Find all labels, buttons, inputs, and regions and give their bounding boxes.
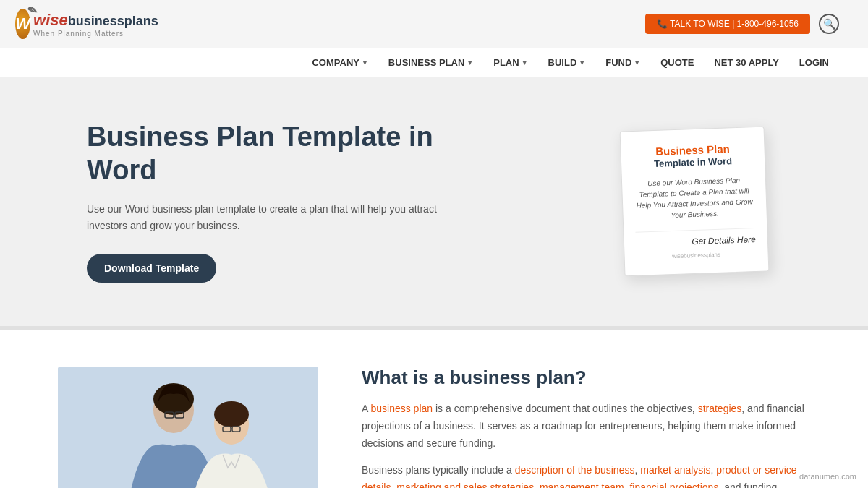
financial-projections-link[interactable]: financial projections [629,481,718,488]
top-right-actions: 📞 TALK TO WISE | 1-800-496-1056 🔍 [645,14,839,34]
what-is-para1: A business plan is a comprehensive docum… [362,401,810,452]
svg-point-7 [214,401,249,427]
strategies-link[interactable]: strategies [698,403,742,414]
nav-item-build[interactable]: BUILD ▼ [538,48,596,77]
book-preview: Business Plan Template in Word Use our W… [620,127,770,277]
hero-title: Business Plan Template in Word [87,121,448,187]
marketing-strategies-link[interactable]: marketing and sales strategies [396,481,534,488]
book-body-text: Use our Word Business Plan Template to C… [634,175,755,223]
logo-text: wise business plans When Planning Matter… [33,11,158,38]
watermark: datanumen.com [799,472,856,481]
hero-description: Use our Word business plan template to c… [87,201,448,234]
book-logo: wisebusinessplans [637,251,757,262]
logo-wise: wise [33,11,68,30]
logo-business: business [68,14,124,29]
nav-item-plan[interactable]: PLAN ▼ [483,48,537,77]
description-link[interactable]: description of the business [515,464,635,476]
logo-plans: plans [124,14,158,29]
what-is-para2: Business plans typically include a descr… [362,462,810,488]
hero-section: Business Plan Template in Word Use our W… [0,77,868,326]
market-analysis-link[interactable]: market analysis [640,464,710,476]
what-is-section: What is a business plan? A business plan… [0,330,868,488]
people-illustration [58,367,318,488]
management-team-link[interactable]: management team [540,481,624,488]
main-navigation: COMPANY ▼ BUSINESS PLAN ▼ PLAN ▼ BUILD ▼… [0,48,868,77]
chevron-down-icon: ▼ [634,59,640,67]
nav-item-login[interactable]: LOGIN [789,48,839,77]
nav-item-quote[interactable]: QUOTE [650,48,704,77]
nav-item-fund[interactable]: FUND ▼ [595,48,650,77]
what-is-image [58,367,318,488]
business-plan-link[interactable]: business plan [370,403,433,414]
logo[interactable]: W ✏ wise business plans When Planning Ma… [29,6,145,42]
logo-tagline: When Planning Matters [33,30,158,38]
nav-item-business-plan[interactable]: BUSINESS PLAN ▼ [378,48,483,77]
hero-content: Business Plan Template in Word Use our W… [87,121,448,283]
talk-to-wise-button[interactable]: 📞 TALK TO WISE | 1-800-496-1056 [645,14,810,34]
nav-item-net30[interactable]: NET 30 APPLY [704,48,788,77]
chevron-down-icon: ▼ [467,59,473,67]
what-is-content: What is a business plan? A business plan… [362,367,810,488]
what-is-title: What is a business plan? [362,367,810,389]
chevron-down-icon: ▼ [522,59,528,67]
logo-area: W ✏ wise business plans When Planning Ma… [29,6,145,42]
nav-item-company[interactable]: COMPANY ▼ [302,48,378,77]
logo-icon: W ✏ [15,9,30,39]
search-icon[interactable]: 🔍 [819,14,839,34]
chevron-down-icon: ▼ [362,59,368,67]
book-cta: Get Details Here [635,228,756,249]
chevron-down-icon: ▼ [579,59,585,67]
download-template-button[interactable]: Download Template [87,254,216,283]
top-bar: W ✏ wise business plans When Planning Ma… [0,0,868,48]
